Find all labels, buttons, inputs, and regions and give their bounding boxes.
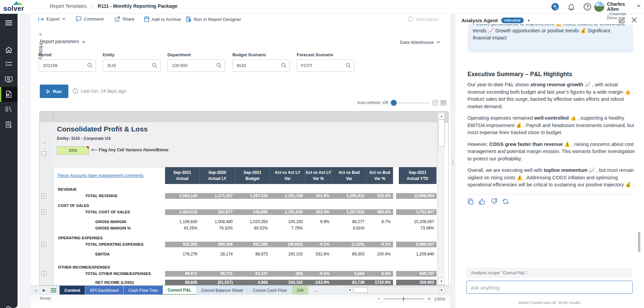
grid-corner-cell[interactable] (40, 112, 54, 122)
agent-dropdown-caret-icon[interactable]: ▼ (527, 19, 530, 22)
search-icon[interactable] (346, 63, 351, 68)
left-sidebar (0, 13, 18, 308)
tab-scroll-left-icon[interactable]: ◀ (30, 286, 40, 295)
ask-anything-input[interactable] (467, 281, 628, 294)
templates-document-icon[interactable] (0, 118, 18, 131)
export-button[interactable]: Export (38, 17, 65, 22)
column-header[interactable]: Sep-2021Actual (165, 167, 200, 184)
agent-summary-heading: Executive Summary – P&L Highlights (468, 71, 635, 78)
help-icon[interactable] (583, 3, 591, 11)
notifications-bell-icon[interactable] (567, 3, 575, 11)
share-button[interactable]: Share (115, 17, 134, 22)
hscroll-left-button[interactable]: ◀ (347, 287, 352, 293)
history-collapse-chevrons[interactable]: » (39, 31, 42, 37)
search-icon[interactable] (281, 63, 287, 68)
run-button[interactable]: Run (40, 85, 68, 98)
menu-icon[interactable] (0, 16, 18, 30)
tasks-checklist-icon[interactable] (0, 57, 18, 71)
column-header[interactable]: Act vs Act LYVar % (305, 167, 332, 184)
sheet-tab-consol-cash-flow[interactable]: Consol Cash Flow (248, 286, 292, 295)
value-cell: 73.06% (396, 225, 437, 232)
value-cell (305, 225, 332, 232)
grid-view-icon[interactable] (441, 100, 446, 105)
thumbs-up-icon[interactable] (479, 198, 485, 205)
column-header[interactable]: Act vs BudVar (332, 167, 367, 184)
column-header[interactable]: Sep-2020Actual LY (200, 167, 235, 184)
variance-flag-cell[interactable]: 20% (57, 146, 89, 155)
column-header[interactable]: Act vs Act LYVar (270, 167, 305, 184)
solver-logo[interactable]: solver (3, 1, 27, 13)
param-input[interactable] (39, 60, 87, 71)
search-icon[interactable] (216, 63, 222, 68)
information-button[interactable]: Information (408, 17, 439, 22)
param-input[interactable] (233, 60, 281, 71)
search-icon[interactable] (152, 63, 157, 68)
collapse-group-button[interactable]: − (41, 151, 46, 156)
tab-scroll-right-icon[interactable]: ▶ (40, 286, 48, 295)
thumbs-down-icon[interactable] (491, 198, 497, 205)
expand-group-button[interactable]: + (41, 193, 46, 198)
sheet-tab-content[interactable]: Content (60, 286, 85, 295)
expand-group-button[interactable]: + (41, 242, 46, 247)
add-to-archive-button[interactable]: Add to Archive (144, 17, 181, 22)
copilot-sparkle-icon[interactable] (551, 3, 559, 11)
comment-button[interactable]: Comment (76, 17, 104, 22)
zoom-slider-track[interactable] (384, 299, 424, 299)
agent-paragraph: Our year-to-date P&L shows strong revenu… (468, 81, 635, 110)
outline-dot (44, 143, 45, 144)
sheet-tab-consol-p-l[interactable]: Consol P&L (163, 286, 197, 295)
zoom-out-icon[interactable]: − (377, 296, 380, 302)
scrollbar-thumb[interactable] (438, 120, 445, 147)
search-icon[interactable] (87, 63, 93, 68)
data-warehouse-dropdown[interactable]: Data Warehouse (400, 40, 440, 45)
home-icon[interactable] (0, 43, 18, 57)
sheet-tab-cash-flow-tree[interactable]: Cash Flow Tree (124, 286, 163, 295)
column-header[interactable]: Sep-2021Actual YTD (396, 167, 437, 184)
run-in-report-designer-button[interactable]: Run in Report Designer (186, 17, 241, 22)
param-input[interactable] (103, 60, 152, 71)
sheet-list-menu-icon[interactable] (48, 286, 60, 295)
management-comments-link[interactable]: These Accounts have management comments (57, 167, 143, 184)
sheet-tab--[interactable]: … (309, 286, 322, 295)
user-chevron-down-icon[interactable] (637, 4, 641, 7)
value-cell: 80.52% (235, 225, 270, 232)
agent-scrollbar-thumb[interactable] (638, 232, 640, 252)
param-label: Budget Scenario (232, 53, 290, 57)
parameters-chevron-up-icon: ▲ (82, 39, 86, 43)
value-cell: 1,267,233 (235, 193, 270, 199)
user-info[interactable]: Charles Allen _Corporate Demo (607, 2, 635, 20)
scroll-up-button[interactable]: ▲ (438, 113, 445, 119)
library-icon[interactable] (0, 102, 18, 116)
hscroll-thumb[interactable] (354, 287, 368, 293)
row-label: REVENUE (58, 187, 77, 191)
auto-refresh-toggle[interactable] (391, 100, 397, 106)
avatar[interactable] (594, 2, 604, 12)
zoom-slider-handle[interactable] (403, 297, 404, 301)
expand-group-button[interactable]: + (41, 271, 46, 276)
sheet-tab-kpi-dashboard[interactable]: KPI Dashboard (85, 286, 124, 295)
status-ready: Ready (40, 296, 51, 300)
param-input[interactable] (168, 60, 216, 71)
scroll-down-button[interactable]: ▼ (438, 278, 445, 284)
horizontal-scrollbar[interactable]: ◀ ▶ (347, 287, 445, 293)
hscroll-track[interactable] (352, 287, 439, 293)
reports-icon-active[interactable] (0, 87, 18, 102)
agent-actions (468, 198, 635, 205)
copy-icon[interactable] (468, 198, 474, 205)
hscroll-right-button[interactable]: ▶ (439, 287, 445, 293)
breadcrumb-root[interactable]: Report Templates (50, 3, 87, 9)
report-parameters-toggle[interactable]: Report parameters ▲ (40, 39, 86, 44)
settings-gear-icon[interactable] (0, 303, 18, 308)
popout-icon[interactable] (432, 100, 438, 105)
param-input[interactable] (297, 60, 346, 71)
grid-vertical-scrollbar[interactable]: ▲ ▼ (437, 112, 445, 285)
sheet-tab-consol-balance-sheet[interactable]: Consol Balance Sheet (196, 286, 248, 295)
resize-handle[interactable]: •••• (452, 159, 454, 166)
column-header[interactable]: Act vs BudVar % (367, 167, 393, 184)
sheet-tab-100[interactable]: 100 (292, 286, 309, 295)
report-search-icon[interactable] (0, 73, 18, 86)
regenerate-icon[interactable] (503, 198, 509, 205)
column-header[interactable]: Sep-2021Budget (235, 167, 270, 184)
expand-group-button[interactable]: + (41, 210, 46, 214)
zoom-in-icon[interactable]: + (427, 296, 430, 302)
